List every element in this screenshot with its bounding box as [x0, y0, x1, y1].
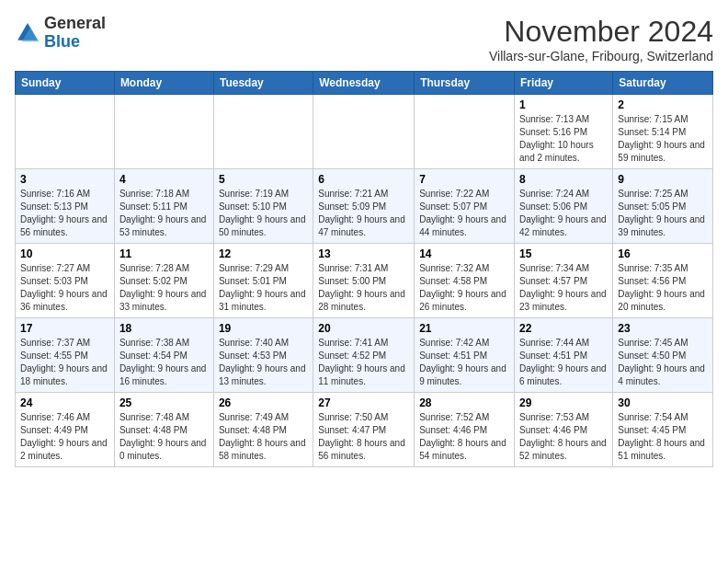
calendar-cell: 11Sunrise: 7:28 AM Sunset: 5:02 PM Dayli… — [114, 244, 213, 318]
day-number: 4 — [119, 173, 209, 186]
day-number: 6 — [318, 173, 409, 186]
day-info: Sunrise: 7:28 AM Sunset: 5:02 PM Dayligh… — [119, 262, 209, 314]
day-number: 24 — [20, 396, 109, 409]
calendar-cell: 1Sunrise: 7:13 AM Sunset: 5:16 PM Daylig… — [515, 95, 613, 169]
day-number: 7 — [419, 173, 509, 186]
column-header-friday: Friday — [515, 72, 613, 95]
header: General Blue November 2024 Villars-sur-G… — [15, 15, 713, 63]
day-number: 14 — [419, 247, 509, 260]
calendar-week-row: 1Sunrise: 7:13 AM Sunset: 5:16 PM Daylig… — [16, 95, 713, 169]
calendar-cell — [213, 95, 313, 169]
day-number: 9 — [618, 173, 708, 186]
calendar-week-row: 17Sunrise: 7:37 AM Sunset: 4:55 PM Dayli… — [16, 318, 713, 393]
day-number: 25 — [119, 396, 209, 409]
logo-icon — [15, 20, 40, 46]
calendar-cell: 13Sunrise: 7:31 AM Sunset: 5:00 PM Dayli… — [313, 244, 415, 318]
day-number: 29 — [519, 396, 608, 409]
day-number: 27 — [318, 396, 409, 409]
calendar-table: SundayMondayTuesdayWednesdayThursdayFrid… — [15, 71, 713, 467]
day-info: Sunrise: 7:50 AM Sunset: 4:47 PM Dayligh… — [318, 411, 409, 463]
day-info: Sunrise: 7:24 AM Sunset: 5:06 PM Dayligh… — [519, 188, 608, 239]
day-number: 28 — [419, 396, 509, 409]
calendar-cell: 2Sunrise: 7:15 AM Sunset: 5:14 PM Daylig… — [613, 95, 713, 169]
calendar-cell: 30Sunrise: 7:54 AM Sunset: 4:45 PM Dayli… — [613, 393, 713, 467]
calendar-cell: 12Sunrise: 7:29 AM Sunset: 5:01 PM Dayli… — [213, 244, 313, 318]
day-number: 22 — [519, 322, 608, 335]
day-info: Sunrise: 7:15 AM Sunset: 5:14 PM Dayligh… — [618, 113, 708, 165]
calendar-cell: 27Sunrise: 7:50 AM Sunset: 4:47 PM Dayli… — [313, 393, 415, 467]
day-info: Sunrise: 7:37 AM Sunset: 4:55 PM Dayligh… — [20, 337, 109, 388]
calendar-cell: 3Sunrise: 7:16 AM Sunset: 5:13 PM Daylig… — [16, 169, 115, 244]
calendar-cell: 6Sunrise: 7:21 AM Sunset: 5:09 PM Daylig… — [313, 169, 415, 244]
column-header-wednesday: Wednesday — [313, 72, 415, 95]
calendar-cell: 4Sunrise: 7:18 AM Sunset: 5:11 PM Daylig… — [114, 169, 213, 244]
day-info: Sunrise: 7:19 AM Sunset: 5:10 PM Dayligh… — [219, 188, 308, 239]
logo-text: General Blue — [44, 15, 106, 52]
calendar-cell: 29Sunrise: 7:53 AM Sunset: 4:46 PM Dayli… — [515, 393, 613, 467]
logo-general-text: General — [44, 14, 106, 32]
calendar-cell: 19Sunrise: 7:40 AM Sunset: 4:53 PM Dayli… — [213, 318, 313, 393]
column-header-sunday: Sunday — [16, 72, 115, 95]
day-number: 3 — [20, 173, 109, 186]
calendar-cell — [415, 95, 515, 169]
calendar-cell: 15Sunrise: 7:34 AM Sunset: 4:57 PM Dayli… — [515, 244, 613, 318]
day-info: Sunrise: 7:16 AM Sunset: 5:13 PM Dayligh… — [20, 188, 109, 239]
column-header-saturday: Saturday — [613, 72, 713, 95]
day-number: 10 — [20, 247, 109, 260]
calendar-cell: 10Sunrise: 7:27 AM Sunset: 5:03 PM Dayli… — [16, 244, 115, 318]
calendar-cell — [114, 95, 213, 169]
day-info: Sunrise: 7:18 AM Sunset: 5:11 PM Dayligh… — [119, 188, 209, 239]
day-info: Sunrise: 7:13 AM Sunset: 5:16 PM Dayligh… — [519, 113, 608, 165]
day-info: Sunrise: 7:38 AM Sunset: 4:54 PM Dayligh… — [119, 337, 209, 388]
day-number: 5 — [219, 173, 308, 186]
calendar-cell: 21Sunrise: 7:42 AM Sunset: 4:51 PM Dayli… — [415, 318, 515, 393]
column-header-monday: Monday — [114, 72, 213, 95]
column-header-thursday: Thursday — [415, 72, 515, 95]
location: Villars-sur-Glane, Fribourg, Switzerland — [489, 49, 713, 63]
day-number: 23 — [618, 322, 708, 335]
day-info: Sunrise: 7:22 AM Sunset: 5:07 PM Dayligh… — [419, 188, 509, 239]
calendar-cell: 17Sunrise: 7:37 AM Sunset: 4:55 PM Dayli… — [16, 318, 115, 393]
logo: General Blue — [15, 15, 106, 52]
day-number: 15 — [519, 247, 608, 260]
calendar-cell: 20Sunrise: 7:41 AM Sunset: 4:52 PM Dayli… — [313, 318, 415, 393]
day-number: 13 — [318, 247, 409, 260]
calendar-week-row: 3Sunrise: 7:16 AM Sunset: 5:13 PM Daylig… — [16, 169, 713, 244]
day-number: 17 — [20, 322, 109, 335]
day-number: 8 — [519, 173, 608, 186]
calendar-cell: 18Sunrise: 7:38 AM Sunset: 4:54 PM Dayli… — [114, 318, 213, 393]
day-info: Sunrise: 7:27 AM Sunset: 5:03 PM Dayligh… — [20, 262, 109, 314]
day-number: 20 — [318, 322, 409, 335]
calendar-cell: 8Sunrise: 7:24 AM Sunset: 5:06 PM Daylig… — [515, 169, 613, 244]
day-number: 21 — [419, 322, 509, 335]
day-number: 1 — [519, 98, 608, 111]
day-info: Sunrise: 7:40 AM Sunset: 4:53 PM Dayligh… — [219, 337, 308, 388]
column-header-tuesday: Tuesday — [213, 72, 313, 95]
calendar-cell: 9Sunrise: 7:25 AM Sunset: 5:05 PM Daylig… — [613, 169, 713, 244]
day-number: 12 — [219, 247, 308, 260]
day-number: 30 — [618, 396, 708, 409]
day-number: 16 — [618, 247, 708, 260]
day-info: Sunrise: 7:52 AM Sunset: 4:46 PM Dayligh… — [419, 411, 509, 463]
calendar-cell: 5Sunrise: 7:19 AM Sunset: 5:10 PM Daylig… — [213, 169, 313, 244]
calendar-week-row: 24Sunrise: 7:46 AM Sunset: 4:49 PM Dayli… — [16, 393, 713, 467]
day-info: Sunrise: 7:42 AM Sunset: 4:51 PM Dayligh… — [419, 337, 509, 388]
calendar-cell: 16Sunrise: 7:35 AM Sunset: 4:56 PM Dayli… — [613, 244, 713, 318]
calendar-cell — [16, 95, 115, 169]
day-info: Sunrise: 7:45 AM Sunset: 4:50 PM Dayligh… — [618, 337, 708, 388]
day-info: Sunrise: 7:34 AM Sunset: 4:57 PM Dayligh… — [519, 262, 608, 314]
day-info: Sunrise: 7:35 AM Sunset: 4:56 PM Dayligh… — [618, 262, 708, 314]
month-title: November 2024 — [489, 15, 713, 49]
calendar-cell: 23Sunrise: 7:45 AM Sunset: 4:50 PM Dayli… — [613, 318, 713, 393]
day-info: Sunrise: 7:49 AM Sunset: 4:48 PM Dayligh… — [219, 411, 308, 463]
day-info: Sunrise: 7:41 AM Sunset: 4:52 PM Dayligh… — [318, 337, 409, 388]
day-info: Sunrise: 7:54 AM Sunset: 4:45 PM Dayligh… — [618, 411, 708, 463]
day-number: 2 — [618, 98, 708, 111]
calendar-cell — [313, 95, 415, 169]
calendar-header-row: SundayMondayTuesdayWednesdayThursdayFrid… — [16, 72, 713, 95]
calendar-week-row: 10Sunrise: 7:27 AM Sunset: 5:03 PM Dayli… — [16, 244, 713, 318]
calendar-cell: 25Sunrise: 7:48 AM Sunset: 4:48 PM Dayli… — [114, 393, 213, 467]
title-area: November 2024 Villars-sur-Glane, Fribour… — [489, 15, 713, 63]
day-info: Sunrise: 7:46 AM Sunset: 4:49 PM Dayligh… — [20, 411, 109, 463]
day-info: Sunrise: 7:53 AM Sunset: 4:46 PM Dayligh… — [519, 411, 608, 463]
